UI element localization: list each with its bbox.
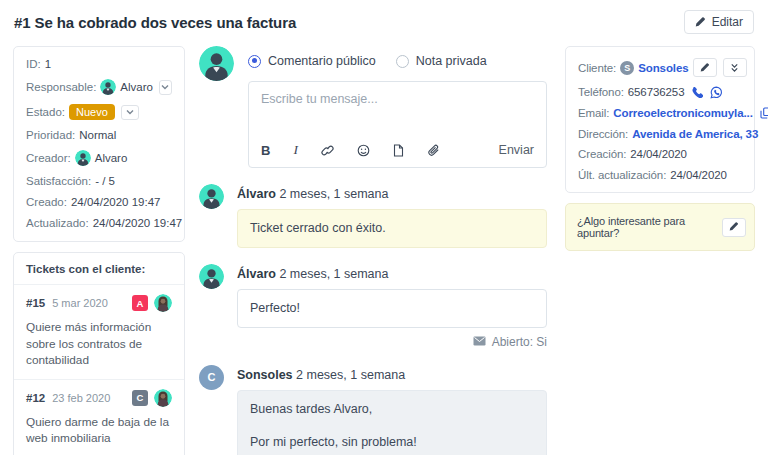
message-box: B I bbox=[248, 81, 547, 168]
edit-ticket-button[interactable]: Editar bbox=[684, 10, 754, 34]
comment-bubble: Buenas tardes Alvaro, Por mi perfecto, s… bbox=[237, 390, 547, 455]
avatar: C bbox=[199, 365, 224, 390]
copy-icon[interactable] bbox=[760, 107, 768, 119]
ticket-sidebar: ID: 1 Responsable: Alvaro Estado: Nuevo … bbox=[13, 46, 185, 455]
page-title: #1 Se ha cobrado dos veces una factura bbox=[14, 14, 296, 31]
comment: C Sonsoles 2 meses, 1 semana Buenas tard… bbox=[199, 364, 547, 455]
field-actualizado: Actualizado: 24/04/2020 19:47 bbox=[26, 217, 172, 229]
edit-note-button[interactable] bbox=[722, 218, 746, 237]
field-responsable: Responsable: Alvaro bbox=[26, 79, 172, 95]
radio-selected-icon[interactable] bbox=[248, 55, 261, 68]
field-prioridad: Prioridad: Normal bbox=[26, 129, 172, 141]
avatar bbox=[199, 184, 224, 209]
status-badge: Nuevo bbox=[69, 104, 115, 120]
avatar bbox=[199, 264, 224, 289]
field-direccion: Dirección: Avenida de America, 33 bbox=[578, 128, 744, 140]
formatting-toolbar: B I bbox=[249, 134, 546, 167]
document-icon[interactable] bbox=[393, 143, 404, 157]
client-tickets-panel: Tickets con el cliente: #15 5 mar 2020 A… bbox=[13, 252, 185, 455]
responsable-dropdown-button[interactable] bbox=[159, 80, 172, 95]
envelope-icon bbox=[473, 335, 486, 349]
radio-unselected-icon[interactable] bbox=[396, 55, 409, 68]
client-address-link[interactable]: Avenida de America, 33 bbox=[632, 128, 758, 140]
field-cliente: Cliente: S Sonsoles bbox=[578, 58, 744, 77]
comment: Álvaro 2 meses, 1 semana Ticket cerrado … bbox=[199, 183, 547, 248]
client-info-panel: Cliente: S Sonsoles Teléfono: 65673625 bbox=[565, 46, 755, 193]
field-email: Email: Correoelectronicomuyla... bbox=[578, 107, 744, 119]
phone-icon[interactable] bbox=[691, 86, 703, 98]
send-button[interactable]: Enviar bbox=[499, 143, 534, 157]
avatar bbox=[154, 294, 172, 312]
conversation-column: Comentario público Nota privada B I bbox=[199, 46, 547, 455]
status-initial-badge: C bbox=[132, 390, 148, 406]
pencil-icon bbox=[695, 17, 706, 28]
client-email-link[interactable]: Correoelectronicomuyla... bbox=[613, 107, 752, 119]
comment-header: Álvaro 2 meses, 1 semana bbox=[237, 263, 547, 281]
client-initial-badge: S bbox=[620, 61, 634, 75]
avatar bbox=[100, 79, 116, 95]
comment-bubble: Ticket cerrado con éxito. bbox=[237, 209, 547, 248]
client-name-link[interactable]: Sonsoles bbox=[638, 62, 688, 74]
field-telefono: Teléfono: 656736253 bbox=[578, 86, 744, 99]
whatsapp-icon[interactable] bbox=[710, 86, 723, 99]
field-satisfaccion: Satisfacción: - / 5 bbox=[26, 175, 172, 187]
bold-icon[interactable]: B bbox=[261, 143, 270, 157]
field-ult-actualizacion: Últ. actualización: 24/04/2020 bbox=[578, 169, 744, 181]
status-initial-badge: A bbox=[132, 295, 148, 311]
ticket-page: #1 Se ha cobrado dos veces una factura E… bbox=[0, 0, 768, 455]
note-placeholder-text: ¿Algo interesante para apuntar? bbox=[577, 215, 716, 239]
current-user-avatar bbox=[199, 46, 234, 81]
ticket-details-panel: ID: 1 Responsable: Alvaro Estado: Nuevo … bbox=[13, 46, 185, 242]
comment: Álvaro 2 meses, 1 semana Perfecto! Abier… bbox=[199, 263, 547, 349]
message-input[interactable] bbox=[249, 82, 546, 134]
link-icon[interactable] bbox=[321, 143, 334, 157]
field-creado: Creado: 24/04/2020 19:47 bbox=[26, 196, 172, 208]
field-creador: Creador: Alvaro bbox=[26, 150, 172, 166]
avatar bbox=[154, 389, 172, 407]
comment-header: Álvaro 2 meses, 1 semana bbox=[237, 183, 547, 201]
avatar bbox=[75, 150, 91, 166]
ticket-list-item[interactable]: #12 23 feb 2020 C Quiero darme de baja d… bbox=[14, 379, 184, 455]
radio-private-note[interactable]: Nota privada bbox=[396, 54, 487, 68]
estado-dropdown-button[interactable] bbox=[121, 105, 139, 120]
comment-composer: Comentario público Nota privada B I bbox=[199, 46, 547, 168]
field-creacion: Creación: 24/04/2020 bbox=[578, 148, 744, 160]
italic-icon[interactable]: I bbox=[293, 143, 298, 157]
page-header: #1 Se ha cobrado dos veces una factura E… bbox=[13, 6, 755, 46]
comment-type-radios: Comentario público Nota privada bbox=[248, 46, 547, 68]
field-estado: Estado: Nuevo bbox=[26, 104, 172, 120]
field-id: ID: 1 bbox=[26, 58, 172, 70]
client-tickets-header: Tickets con el cliente: bbox=[14, 253, 184, 284]
ticket-list-item[interactable]: #15 5 mar 2020 A Quiere más información … bbox=[14, 284, 184, 379]
comment-meta: Abierto: Si bbox=[237, 335, 547, 349]
comment-bubble: Perfecto! bbox=[237, 289, 547, 328]
radio-public-comment[interactable]: Comentario público bbox=[248, 54, 376, 68]
double-chevron-down-icon[interactable] bbox=[723, 58, 747, 77]
client-note-box: ¿Algo interesante para apuntar? bbox=[565, 203, 755, 251]
paperclip-icon[interactable] bbox=[427, 143, 440, 157]
comment-header: Sonsoles 2 meses, 1 semana bbox=[237, 364, 547, 382]
edit-client-button[interactable] bbox=[693, 58, 717, 77]
emoji-icon[interactable] bbox=[357, 143, 370, 157]
client-sidebar: Cliente: S Sonsoles Teléfono: 65673625 bbox=[565, 46, 755, 251]
